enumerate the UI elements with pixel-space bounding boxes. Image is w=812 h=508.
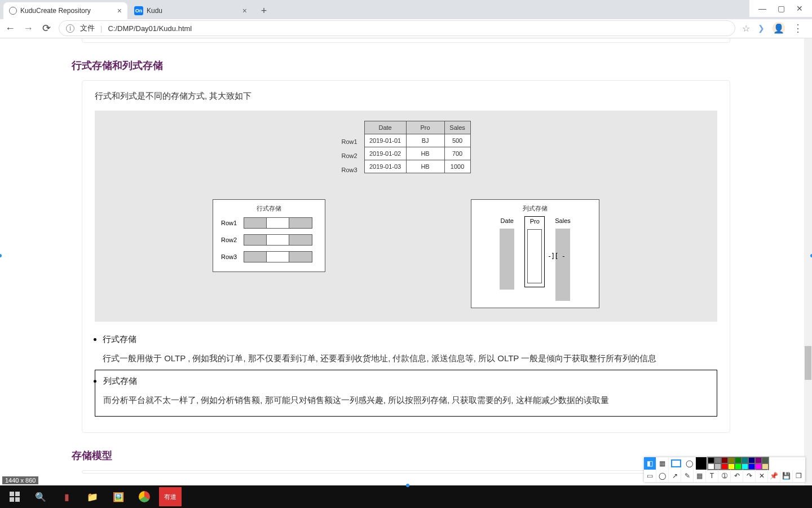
- maximize-icon[interactable]: ▢: [778, 4, 785, 13]
- tool-number-icon[interactable]: ➀: [718, 470, 731, 482]
- tab-title: KuduCreate Repository: [20, 7, 91, 15]
- start-icon[interactable]: [3, 487, 26, 506]
- scrollbar-track[interactable]: [804, 38, 812, 485]
- screenshot-toolbar[interactable]: ◧ ▦ ◯ ▭ ◯ ↗ ✎ ▦ T ➀ ↶ ↷ ✕ 📌 💾 ❐: [644, 457, 805, 482]
- cursor-indicator: -][ -: [548, 252, 565, 260]
- palette-swatch[interactable]: [728, 457, 735, 463]
- content-panel: [82, 470, 730, 474]
- info-icon[interactable]: i: [66, 24, 74, 33]
- avatar[interactable]: 👤: [773, 22, 785, 34]
- crop-handle[interactable]: [406, 484, 409, 487]
- palette-swatch[interactable]: [755, 457, 762, 463]
- tool-pin-icon[interactable]: 📌: [768, 470, 780, 482]
- page-viewport[interactable]: 行式存储和列式存储 行式和列式是不同的存储方式, 其大致如下 Row1 Row2…: [0, 38, 812, 485]
- back-icon[interactable]: ←: [5, 23, 16, 34]
- forward-icon[interactable]: →: [23, 23, 34, 34]
- section-title: 行式存储和列式存储: [72, 59, 730, 72]
- search-icon[interactable]: 🔍: [29, 487, 52, 506]
- storage-boxes-row: 行式存储 Row1 Row2 Row3 列式存储 Date Pro Sales …: [95, 199, 717, 308]
- palette-swatch[interactable]: [708, 463, 714, 470]
- palette-swatch[interactable]: [714, 463, 721, 470]
- tab-title: Kudu: [147, 7, 162, 15]
- taskbar[interactable]: 🔍 ▮ 📁 🖼️ 有道: [0, 485, 812, 508]
- col-storage-box: 列式存储 Date Pro Sales -][ -: [471, 199, 599, 308]
- palette-swatch[interactable]: [742, 463, 748, 470]
- chrome-icon[interactable]: [133, 487, 156, 506]
- app-icon[interactable]: ▮: [55, 487, 78, 506]
- address-bar[interactable]: i 文件 | C:/DMP/Day01/Kudu.html: [59, 20, 735, 36]
- source-table-wrap: Row1 Row2 Row3 Date Pro Sales 2019-01-01…: [341, 121, 470, 177]
- kudu-favicon: On: [134, 6, 143, 15]
- dimension-label: 1440 x 860: [2, 476, 38, 484]
- palette-swatch[interactable]: [748, 463, 755, 470]
- svg-rect-3: [15, 497, 20, 502]
- svg-rect-2: [10, 497, 14, 502]
- browser-tab-inactive[interactable]: On Kudu ×: [129, 2, 253, 19]
- close-icon[interactable]: ×: [117, 6, 122, 15]
- source-table: Date Pro Sales 2019-01-01 BJ 500 2019-01…: [364, 121, 471, 173]
- tool-rect-icon[interactable]: ▭: [644, 470, 656, 482]
- app-icon[interactable]: 有道: [159, 487, 182, 506]
- scrollbar-thumb[interactable]: [805, 346, 811, 380]
- page-content: 行式存储和列式存储 行式和列式是不同的存储方式, 其大致如下 Row1 Row2…: [82, 38, 730, 485]
- svg-rect-1: [15, 492, 20, 496]
- tool-ellipse-icon[interactable]: ◯: [656, 470, 669, 482]
- browser-tab-active[interactable]: KuduCreate Repository ×: [3, 2, 127, 19]
- content-panel: 行式和列式是不同的存储方式, 其大致如下 Row1 Row2 Row3 Date…: [82, 80, 730, 433]
- browser-chrome: KuduCreate Repository × On Kudu × + — ▢ …: [0, 0, 812, 38]
- tool-rect-icon[interactable]: [671, 459, 681, 467]
- source-row-labels: Row1 Row2 Row3: [341, 121, 359, 177]
- close-icon[interactable]: ×: [242, 6, 247, 15]
- url-prefix: 文件: [80, 23, 95, 33]
- toolbar: ← → ⟳ i 文件 | C:/DMP/Day01/Kudu.html ☆ ❯ …: [0, 19, 812, 38]
- palette-swatch[interactable]: [762, 463, 769, 470]
- tool-copy-icon[interactable]: ❐: [793, 470, 805, 482]
- reload-icon[interactable]: ⟳: [41, 22, 52, 34]
- palette-swatch[interactable]: [748, 457, 755, 463]
- minimize-icon[interactable]: —: [758, 4, 766, 13]
- tool-redo-icon[interactable]: ↷: [743, 470, 756, 482]
- tool-save-icon[interactable]: 💾: [780, 470, 793, 482]
- palette-swatch[interactable]: [728, 463, 735, 470]
- tool-fill-icon[interactable]: ◧: [644, 457, 656, 470]
- list-item: 行式存储 行式一般用做于 OLTP , 例如我的订单, 那不仅要看到订单, 还要…: [103, 334, 717, 366]
- menu-icon[interactable]: ⋮: [793, 22, 803, 34]
- tool-color-black[interactable]: [696, 457, 707, 470]
- app-icon[interactable]: 📁: [81, 487, 104, 506]
- highlighted-box: 列式存储 而分析平台就不太一样了, 例如分析销售额, 那可能只对销售额这一列感兴…: [95, 370, 717, 417]
- palette-swatch[interactable]: [735, 463, 742, 470]
- panel-caption: 行式和列式是不同的存储方式, 其大致如下: [95, 91, 717, 102]
- tool-mosaic-icon[interactable]: ▦: [656, 457, 669, 470]
- row-storage-box: 行式存储 Row1 Row2 Row3: [213, 199, 325, 272]
- section-title: 存储模型: [72, 449, 730, 462]
- url-path: C:/DMP/Day01/Kudu.html: [108, 24, 192, 33]
- tool-arrow-icon[interactable]: ↗: [669, 470, 681, 482]
- bookmark-icon[interactable]: ☆: [742, 23, 750, 34]
- tool-mosaic-icon[interactable]: ▦: [694, 470, 706, 482]
- palette-swatch[interactable]: [708, 457, 714, 463]
- palette-swatch[interactable]: [735, 457, 742, 463]
- close-window-icon[interactable]: ✕: [796, 4, 803, 13]
- tool-cancel-icon[interactable]: ✕: [756, 470, 768, 482]
- palette-swatch[interactable]: [742, 457, 748, 463]
- palette-swatch[interactable]: [714, 457, 721, 463]
- toolbar-right: ☆ ❯ 👤 ⋮: [742, 22, 807, 34]
- globe-icon: [9, 7, 17, 15]
- app-icon[interactable]: 🖼️: [107, 487, 130, 506]
- storage-diagram: Row1 Row2 Row3 Date Pro Sales 2019-01-01…: [95, 111, 717, 322]
- notes-list: 行式存储 行式一般用做于 OLTP , 例如我的订单, 那不仅要看到订单, 还要…: [103, 334, 717, 417]
- palette-swatch[interactable]: [755, 463, 762, 470]
- palette-swatch[interactable]: [762, 457, 769, 463]
- palette-swatch[interactable]: [721, 457, 728, 463]
- color-palette[interactable]: [707, 457, 769, 470]
- extension-icon[interactable]: ❯: [758, 24, 765, 33]
- tool-brush-icon[interactable]: ✎: [681, 470, 694, 482]
- tab-strip: KuduCreate Repository × On Kudu × + — ▢ …: [0, 0, 812, 19]
- svg-rect-0: [10, 492, 14, 496]
- tool-undo-icon[interactable]: ↶: [731, 470, 743, 482]
- palette-swatch[interactable]: [721, 463, 728, 470]
- window-controls: — ▢ ✕: [749, 0, 812, 17]
- tool-text-icon[interactable]: T: [706, 470, 718, 482]
- tool-ellipse-icon[interactable]: ◯: [683, 457, 696, 470]
- new-tab-button[interactable]: +: [256, 3, 272, 19]
